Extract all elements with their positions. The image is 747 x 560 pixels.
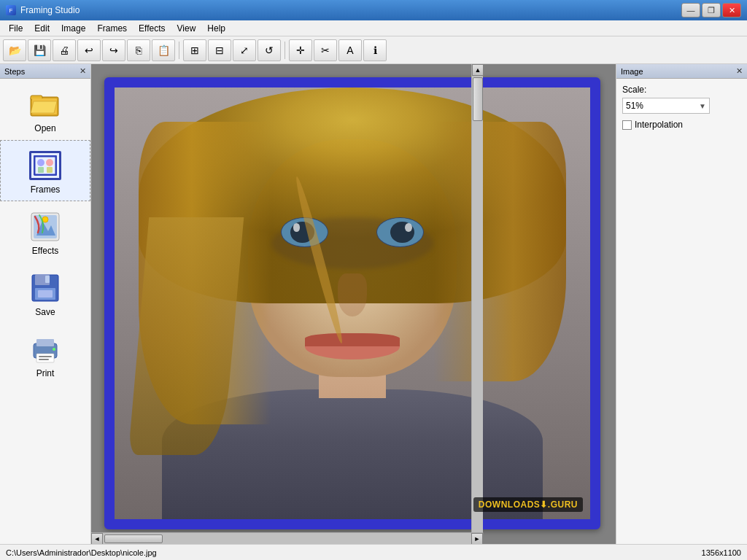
horizontal-scrollbar[interactable]: ◄ ►	[91, 532, 483, 544]
canvas-area[interactable]: DOWNLOADS⬇.GURU ▲ ▼ ◄ ►	[91, 64, 616, 544]
open-icon	[28, 87, 63, 122]
toolbar-btn-info[interactable]: ℹ	[363, 39, 387, 61]
steps-panel-header: Steps ✕	[0, 64, 90, 79]
watermark: DOWNLOADS⬇.GURU	[473, 497, 583, 512]
interpolation-label: Interpolation	[635, 120, 683, 130]
svg-rect-6	[38, 167, 44, 173]
toolbar-btn-zoom-in[interactable]: ⊞	[183, 39, 206, 61]
scroll-left-btn[interactable]: ◄	[91, 533, 103, 544]
image-panel: Image ✕ Scale: 51% ▼ Interpolation	[616, 64, 747, 544]
toolbar-btn-copy[interactable]: ⎘	[127, 39, 150, 61]
menu-image[interactable]: Image	[55, 22, 91, 35]
scroll-up-btn[interactable]: ▲	[472, 64, 484, 76]
step-effects-label: Effects	[32, 246, 58, 256]
menu-bar: FileEditImageFramesEffectsViewHelp	[0, 20, 747, 36]
toolbar-separator-sep1	[179, 42, 179, 59]
frames-icon	[28, 148, 63, 183]
restore-button[interactable]: ❐	[702, 3, 721, 18]
toolbar-btn-print[interactable]: 🖨	[53, 39, 76, 61]
svg-rect-19	[39, 356, 52, 357]
scroll-thumb-horizontal[interactable]	[104, 534, 163, 543]
toolbar-btn-cursor[interactable]: ✛	[289, 39, 312, 61]
toolbar-btn-open[interactable]: 📂	[3, 39, 26, 61]
status-bar: C:\Users\Administrador\Desktop\nicole.jp…	[0, 544, 747, 560]
toolbar-btn-save[interactable]: 💾	[28, 39, 51, 61]
image-dimensions: 1356x1100	[702, 548, 741, 557]
image-panel-content: Scale: 51% ▼ Interpolation	[616, 79, 747, 136]
steps-panel-title: Steps	[4, 67, 25, 76]
svg-rect-7	[47, 167, 53, 173]
image-panel-header: Image ✕	[616, 64, 747, 79]
image-frame: DOWNLOADS⬇.GURU	[104, 77, 600, 529]
save-icon	[28, 271, 63, 306]
watermark-arrow: ⬇	[540, 499, 548, 510]
step-frames[interactable]: Frames	[0, 140, 90, 201]
svg-point-4	[37, 159, 44, 166]
scale-label: Scale:	[622, 85, 741, 95]
svg-point-5	[46, 159, 53, 166]
toolbar-btn-fit[interactable]: ⤢	[233, 39, 256, 61]
scroll-right-btn[interactable]: ►	[471, 533, 483, 544]
file-path: C:\Users\Administrador\Desktop\nicole.jp…	[6, 548, 157, 557]
scroll-thumb-vertical[interactable]	[473, 77, 483, 121]
step-open-label: Open	[34, 123, 55, 133]
svg-point-21	[53, 348, 55, 351]
scale-select[interactable]: 51% ▼	[622, 98, 710, 114]
step-print[interactable]: Print	[0, 324, 90, 385]
canvas-inner: DOWNLOADS⬇.GURU	[97, 70, 610, 538]
title-bar: F Framing Studio — ❐ ✕	[0, 0, 747, 20]
svg-rect-20	[39, 359, 49, 360]
interpolation-row: Interpolation	[622, 120, 741, 130]
scale-control: 51% ▼	[622, 98, 741, 114]
title-bar-controls: — ❐ ✕	[681, 3, 741, 18]
svg-rect-15	[38, 290, 53, 298]
app-icon: F	[6, 5, 16, 15]
step-open[interactable]: Open	[0, 79, 90, 140]
steps-panel: Steps ✕ Open	[0, 64, 91, 544]
app-title: Framing Studio	[20, 5, 80, 15]
print-icon	[28, 332, 63, 367]
watermark-text-end: .GURU	[548, 499, 578, 510]
svg-rect-13	[45, 276, 50, 283]
watermark-text-white: DOWNLOADS	[479, 499, 541, 510]
svg-rect-18	[36, 354, 54, 362]
effects-icon	[28, 209, 63, 244]
title-bar-left: F Framing Studio	[6, 5, 80, 15]
image-panel-title: Image	[621, 67, 643, 76]
step-save-label: Save	[35, 307, 55, 317]
menu-frames[interactable]: Frames	[91, 22, 133, 35]
toolbar: 📂💾🖨↩↪⎘📋⊞⊟⤢↺✛✂Aℹ	[0, 36, 747, 64]
toolbar-btn-redo[interactable]: ↪	[102, 39, 125, 61]
step-print-label: Print	[36, 368, 55, 378]
svg-rect-3	[34, 156, 56, 175]
close-button[interactable]: ✕	[722, 3, 741, 18]
toolbar-separator-sep2	[285, 42, 285, 59]
interpolation-checkbox[interactable]	[622, 120, 632, 130]
toolbar-btn-zoom-out[interactable]: ⊟	[208, 39, 231, 61]
menu-view[interactable]: View	[171, 22, 202, 35]
svg-rect-17	[36, 339, 54, 346]
main-layout: Steps ✕ Open	[0, 64, 747, 544]
menu-effects[interactable]: Effects	[133, 22, 171, 35]
toolbar-btn-rotate[interactable]: ↺	[258, 39, 281, 61]
step-frames-label: Frames	[31, 184, 61, 195]
canvas-scroll[interactable]: DOWNLOADS⬇.GURU	[97, 70, 610, 538]
step-save[interactable]: Save	[0, 262, 90, 324]
scale-dropdown-arrow: ▼	[699, 102, 706, 110]
menu-file[interactable]: File	[3, 22, 28, 35]
scale-value: 51%	[626, 101, 643, 111]
toolbar-btn-crop[interactable]: ✂	[314, 39, 337, 61]
vertical-scrollbar[interactable]: ▲ ▼	[471, 64, 483, 544]
minimize-button[interactable]: —	[681, 3, 700, 18]
toolbar-btn-paste[interactable]: 📋	[152, 39, 175, 61]
menu-help[interactable]: Help	[201, 22, 231, 35]
menu-edit[interactable]: Edit	[28, 22, 55, 35]
steps-panel-close[interactable]: ✕	[80, 66, 86, 76]
toolbar-btn-undo[interactable]: ↩	[77, 39, 101, 61]
step-effects[interactable]: Effects	[0, 201, 90, 262]
image-panel-close[interactable]: ✕	[736, 66, 743, 76]
toolbar-btn-text[interactable]: A	[338, 39, 362, 61]
